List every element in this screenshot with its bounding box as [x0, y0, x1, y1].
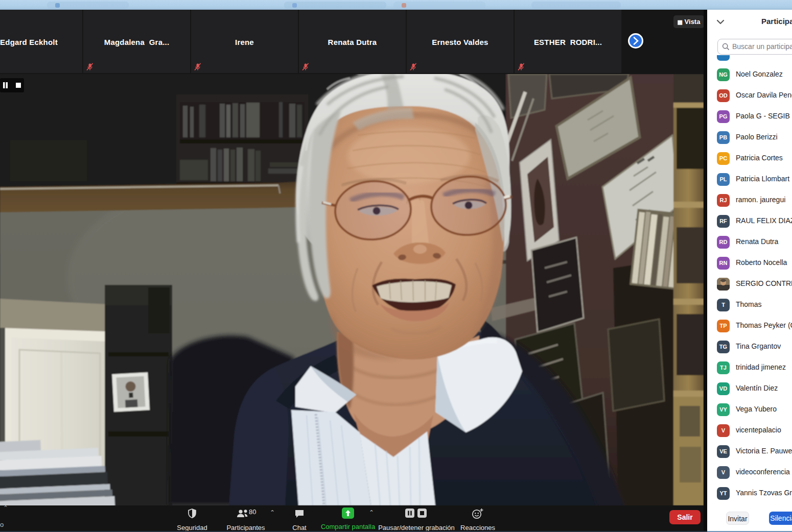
svg-text:80: 80: [249, 508, 256, 516]
